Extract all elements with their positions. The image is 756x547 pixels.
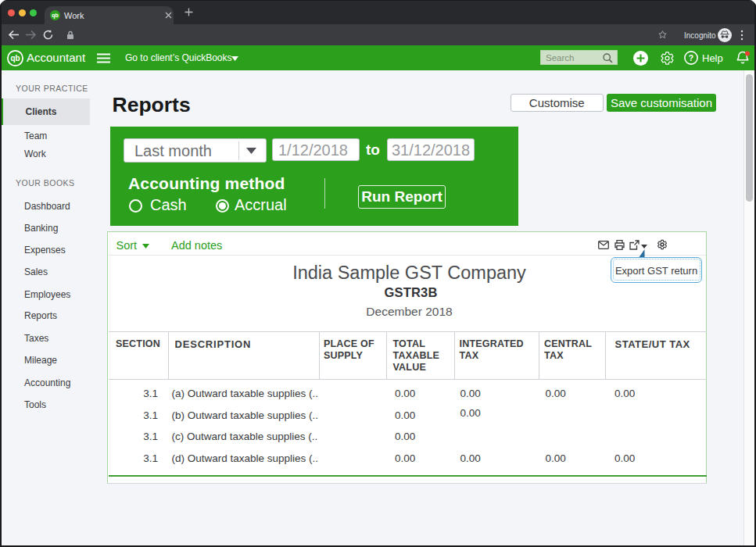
svg-text:?: ? bbox=[689, 53, 693, 63]
svg-text:qb: qb bbox=[10, 54, 20, 63]
svg-text:qb: qb bbox=[52, 13, 59, 19]
